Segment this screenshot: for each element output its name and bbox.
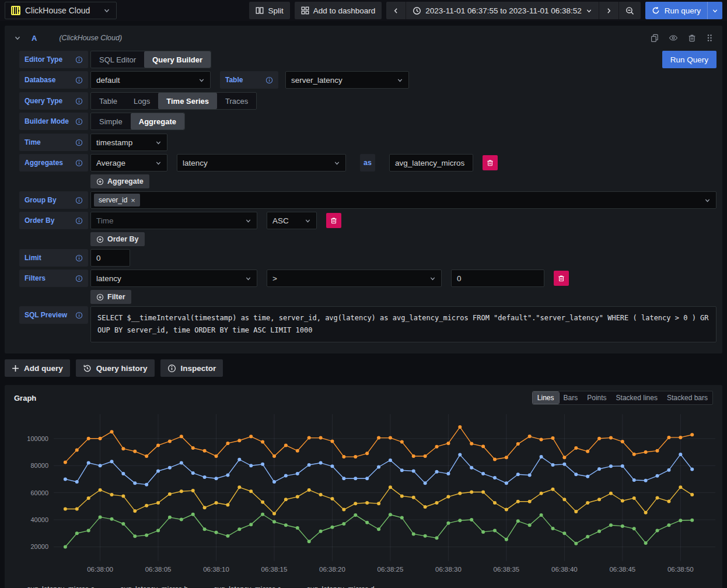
group-by-label: Group By [19,191,88,209]
query-history-button[interactable]: Query history [76,359,155,377]
database-select[interactable]: default [90,71,211,89]
svg-text:06:38:35: 06:38:35 [494,566,520,573]
info-icon [75,275,83,282]
collapse-chevron-icon[interactable] [14,34,21,41]
info-icon [75,118,83,125]
time-series-chart[interactable]: 2000040000600008000010000006:38:0006:38:… [9,407,718,582]
zoom-out-button[interactable] [618,2,641,19]
drag-handle-icon[interactable] [706,34,713,42]
graph-style-stacked-lines[interactable]: Stacked lines [611,392,662,404]
add-query-button[interactable]: Add query [5,359,70,377]
svg-text:60000: 60000 [30,489,48,496]
chart-legend: avg_latency_micros aavg_latency_micros b… [9,582,718,588]
add-filter-button[interactable]: Filter [90,290,131,304]
query-type-traces[interactable]: Traces [217,93,256,109]
run-query-button[interactable]: Run Query [662,51,716,68]
query-editor-panel: A (ClickHouse Cloud) Editor Type [5,26,722,354]
query-type-logs[interactable]: Logs [125,93,158,109]
time-shift-back-button[interactable] [386,2,406,19]
builder-mode-simple[interactable]: Simple [91,113,131,130]
add-to-dashboard-button[interactable]: Add to dashboard [295,2,382,19]
order-by-column-select[interactable]: Time [90,212,257,229]
remove-query-trash-icon[interactable] [688,34,696,42]
graph-style-points[interactable]: Points [582,392,611,404]
legend-item[interactable]: avg_latency_micros a [14,585,95,588]
graph-style-lines[interactable]: Lines [533,392,559,404]
filter-column-select[interactable]: latency [90,270,257,287]
chevron-down-icon [155,160,162,166]
svg-text:06:38:25: 06:38:25 [378,566,404,573]
builder-mode-toggle: Simple Aggregate [90,113,185,130]
time-column-select[interactable]: timestamp [90,134,167,151]
trash-icon [487,159,494,166]
group-by-tag-server-id[interactable]: server_id × [94,194,140,206]
circle-plus-icon [96,293,104,301]
remove-aggregate-button[interactable] [483,155,498,170]
builder-mode-aggregate[interactable]: Aggregate [131,113,184,130]
svg-text:06:38:30: 06:38:30 [435,566,462,573]
datasource-picker[interactable]: ClickHouse Cloud [5,2,117,19]
limit-input[interactable]: 0 [90,249,130,267]
editor-type-toggle: SQL Editor Query Builder [90,51,211,68]
zoom-out-icon [625,6,634,15]
svg-text:06:38:15: 06:38:15 [261,566,288,573]
clickhouse-logo-icon [11,6,20,15]
remove-order-by-button[interactable] [326,213,341,228]
info-icon [75,254,83,262]
info-icon [75,56,83,64]
time-shift-forward-button[interactable] [599,2,618,19]
editor-type-label: Editor Type [19,51,88,68]
query-type-toggle: Table Logs Time Series Traces [90,92,257,110]
aggregate-alias-input[interactable]: avg_latency_micros [389,154,473,172]
chevron-down-icon[interactable] [707,2,722,19]
graph-style-bars[interactable]: Bars [559,392,583,404]
table-select[interactable]: server_latency [285,71,409,89]
query-footer: Add query Query history Inspector [5,359,722,377]
add-order-by-button[interactable]: Order By [90,232,145,246]
add-aggregate-button[interactable]: Aggregate [90,174,149,188]
group-by-multiselect[interactable]: server_id × [90,191,716,209]
circle-plus-icon [96,236,104,243]
inspector-button[interactable]: Inspector [160,359,223,377]
legend-item[interactable]: avg_latency_micros d [294,585,375,588]
editor-type-query-builder[interactable]: Query Builder [144,51,211,68]
hide-response-eye-icon[interactable] [669,34,678,42]
row-builder-mode: Builder Mode Simple Aggregate [19,112,716,131]
remove-tag-icon[interactable]: × [131,196,135,205]
svg-text:06:38:00: 06:38:00 [87,566,113,573]
query-ref-id[interactable]: A [32,34,37,43]
history-icon [83,364,92,373]
duplicate-query-icon[interactable] [651,34,659,42]
row-filters: Filters latency > 0 [19,269,716,288]
aggregate-column-select[interactable]: latency [177,154,346,172]
chevron-down-icon [245,275,251,282]
row-order-by: Order By Time ASC [19,211,716,230]
editor-type-sql-editor[interactable]: SQL Editor [91,51,144,68]
filter-operator-select[interactable]: > [267,270,442,287]
svg-text:20000: 20000 [30,543,48,550]
row-query-type: Query Type Table Logs Time Series Traces [19,92,716,110]
info-icon [75,217,83,225]
filter-value-input[interactable]: 0 [451,270,544,287]
row-add-aggregate: Aggregate [90,174,716,189]
order-by-direction-select[interactable]: ASC [267,212,317,229]
row-limit: Limit 0 [19,249,716,267]
split-button[interactable]: Split [249,2,289,19]
graph-panel: Graph LinesBarsPointsStacked linesStacke… [5,385,722,588]
aggregate-function-select[interactable]: Average [90,154,167,172]
legend-item[interactable]: avg_latency_micros c [201,585,281,588]
time-label: Time [19,134,88,151]
legend-item[interactable]: avg_latency_micros b [107,585,188,588]
info-icon [265,76,273,84]
row-group-by: Group By server_id × [19,191,716,209]
row-sql-preview: SQL Preview SELECT $__timeInterval(times… [19,306,716,342]
chevron-down-icon [704,197,711,204]
info-circle-icon [167,364,176,373]
graph-style-stacked-bars[interactable]: Stacked bars [662,392,712,404]
time-range-button[interactable]: 2023-11-01 06:37:55 to 2023-11-01 06:38:… [406,2,598,19]
chevron-down-icon [397,77,403,83]
run-query-split-button[interactable]: Run query [645,2,722,19]
query-type-time-series[interactable]: Time Series [158,93,217,109]
remove-filter-button[interactable] [554,271,569,286]
query-type-table[interactable]: Table [91,93,125,109]
